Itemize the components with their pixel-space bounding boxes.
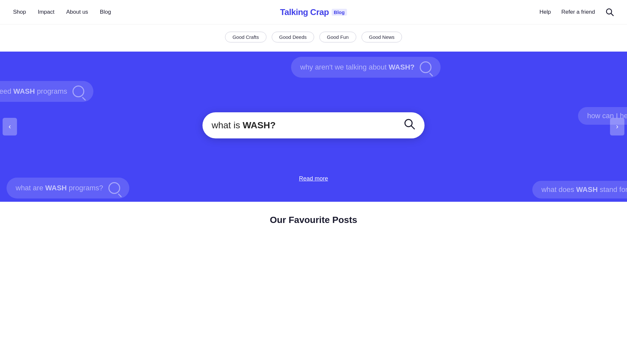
svg-line-3 bbox=[411, 126, 414, 129]
svg-line-1 bbox=[611, 13, 613, 16]
bubble-search-icon-top bbox=[420, 61, 432, 73]
tag-good-fun[interactable]: Good Fun bbox=[319, 32, 356, 42]
hero-search-icon bbox=[404, 118, 415, 133]
header: Shop Impact About us Blog Talking Crap B… bbox=[0, 0, 627, 24]
chevron-left-icon: ‹ bbox=[8, 122, 11, 131]
nav-about[interactable]: About us bbox=[66, 9, 88, 15]
hero-next-button[interactable]: › bbox=[610, 118, 624, 135]
nav-blog[interactable]: Blog bbox=[100, 9, 111, 15]
nav-help[interactable]: Help bbox=[539, 9, 551, 15]
hero-search-box: what is WASH? bbox=[202, 112, 425, 138]
hero-prev-button[interactable]: ‹ bbox=[3, 118, 17, 135]
header-search-button[interactable] bbox=[605, 8, 614, 16]
bubble-search-icon-bot-left bbox=[108, 182, 120, 194]
hero-search: what is WASH? bbox=[202, 112, 425, 138]
bg-bubble-bot-left: what are WASH programs? bbox=[7, 178, 129, 198]
nav-shop[interactable]: Shop bbox=[13, 9, 26, 15]
tag-good-crafts[interactable]: Good Crafts bbox=[225, 32, 266, 42]
bubble-search-icon-left bbox=[72, 86, 84, 97]
bg-bubble-left: eed WASH programs bbox=[0, 81, 93, 102]
logo-badge: Blog bbox=[331, 9, 347, 16]
hero-search-text: what is WASH? bbox=[212, 120, 398, 131]
chevron-right-icon: › bbox=[616, 122, 618, 131]
nav-left: Shop Impact About us Blog bbox=[13, 9, 111, 15]
fav-posts-section: Our Favourite Posts bbox=[0, 202, 627, 232]
site-logo[interactable]: Talking Crap bbox=[280, 7, 329, 17]
fav-posts-title: Our Favourite Posts bbox=[0, 215, 627, 225]
bg-bubble-top: why aren't we talking about WASH? bbox=[291, 57, 441, 78]
nav-right: Help Refer a friend bbox=[539, 8, 614, 16]
read-more-link[interactable]: Read more bbox=[299, 175, 328, 182]
tag-nav: Good Crafts Good Deeds Good Fun Good New… bbox=[0, 24, 627, 48]
bg-bubble-bot-right: what does WASH stand for bbox=[532, 181, 627, 198]
tag-good-deeds[interactable]: Good Deeds bbox=[272, 32, 314, 42]
nav-impact[interactable]: Impact bbox=[38, 9, 55, 15]
tag-good-news[interactable]: Good News bbox=[362, 32, 402, 42]
hero-banner: why aren't we talking about WASH? eed WA… bbox=[0, 52, 627, 202]
nav-refer[interactable]: Refer a friend bbox=[561, 9, 595, 15]
logo-area: Talking Crap Blog bbox=[280, 7, 347, 17]
